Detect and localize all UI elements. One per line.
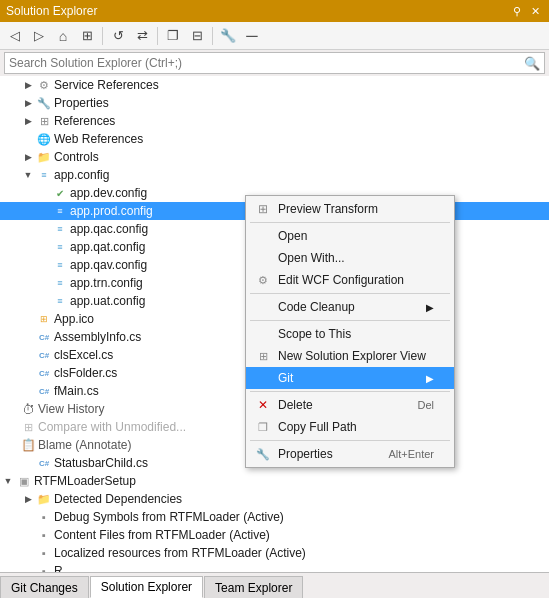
new-solution-view-icon: ⊞ bbox=[254, 347, 272, 365]
detected-deps-icon: 📁 bbox=[36, 491, 52, 507]
sync-btn[interactable]: ⇄ bbox=[131, 25, 153, 47]
debug-symbols-icon: ▪ bbox=[36, 509, 52, 525]
toolbar: ◁ ▷ ⌂ ⊞ ↺ ⇄ ❐ ⊟ 🔧 ─ bbox=[0, 22, 549, 50]
web-refs-label: Web References bbox=[54, 132, 143, 146]
open-with-label: Open With... bbox=[278, 251, 434, 265]
tree-item-debug-symbols[interactable]: ▪ Debug Symbols from RTFMLoader (Active) bbox=[0, 508, 549, 526]
title-bar-controls: ⚲ ✕ bbox=[510, 5, 543, 18]
tab-solution-explorer[interactable]: Solution Explorer bbox=[90, 576, 203, 598]
tab-solution-explorer-label: Solution Explorer bbox=[101, 580, 192, 594]
menu-item-scope-to-this[interactable]: Scope to This bbox=[246, 323, 454, 345]
menu-item-open[interactable]: Open bbox=[246, 225, 454, 247]
sep2 bbox=[157, 27, 158, 45]
blame-label: Blame (Annotate) bbox=[38, 438, 131, 452]
copy-btn[interactable]: ❐ bbox=[162, 25, 184, 47]
app-qav-config-label: app.qav.config bbox=[70, 258, 147, 272]
tab-team-explorer[interactable]: Team Explorer bbox=[204, 576, 303, 598]
open-with-icon bbox=[254, 249, 272, 267]
properties-btn[interactable]: 🔧 bbox=[217, 25, 239, 47]
expand-arrow: ▼ bbox=[20, 170, 36, 180]
web-refs-icon: 🌐 bbox=[36, 131, 52, 147]
copy-full-path-label: Copy Full Path bbox=[278, 420, 434, 434]
tree-item-more[interactable]: ▪ R... bbox=[0, 562, 549, 572]
tree-item-rtfm-setup[interactable]: ▼ ▣ RTFMLoaderSetup bbox=[0, 472, 549, 490]
menu-sep3 bbox=[250, 320, 450, 321]
app-qav-config-icon: ≡ bbox=[52, 257, 68, 273]
open-label: Open bbox=[278, 229, 434, 243]
close-window-btn[interactable]: ✕ bbox=[528, 5, 543, 18]
compare-label: Compare with Unmodified... bbox=[38, 420, 186, 434]
cls-folder-icon: C# bbox=[36, 365, 52, 381]
git-icon bbox=[254, 369, 272, 387]
app-qat-config-icon: ≡ bbox=[52, 239, 68, 255]
menu-item-properties[interactable]: 🔧 Properties Alt+Enter bbox=[246, 443, 454, 465]
edit-wcf-icon: ⚙ bbox=[254, 271, 272, 289]
compare-icon: ⊞ bbox=[20, 419, 36, 435]
service-refs-icon: ⚙ bbox=[36, 77, 52, 93]
tree-item-controls[interactable]: ▶ 📁 Controls bbox=[0, 148, 549, 166]
menu-item-new-solution-view[interactable]: ⊞ New Solution Explorer View bbox=[246, 345, 454, 367]
tree-item-content-files[interactable]: ▪ Content Files from RTFMLoader (Active) bbox=[0, 526, 549, 544]
tab-git-changes[interactable]: Git Changes bbox=[0, 576, 89, 598]
app-dev-config-icon: ✔ bbox=[52, 185, 68, 201]
app-qac-config-icon: ≡ bbox=[52, 221, 68, 237]
menu-item-delete[interactable]: ✕ Delete Del bbox=[246, 394, 454, 416]
context-menu: ⊞ Preview Transform Open Open With... ⚙ … bbox=[245, 195, 455, 468]
back-btn[interactable]: ◁ bbox=[4, 25, 26, 47]
code-cleanup-label: Code Cleanup bbox=[278, 300, 422, 314]
window-title: Solution Explorer bbox=[6, 4, 97, 18]
detected-deps-label: Detected Dependencies bbox=[54, 492, 182, 506]
controls-icon: 📁 bbox=[36, 149, 52, 165]
statusbar-child-icon: C# bbox=[36, 455, 52, 471]
minimize-btn[interactable]: ─ bbox=[241, 25, 263, 47]
scope-to-this-icon bbox=[254, 325, 272, 343]
git-label: Git bbox=[278, 371, 422, 385]
code-cleanup-icon bbox=[254, 298, 272, 316]
properties-menu-label: Properties bbox=[278, 447, 378, 461]
delete-shortcut: Del bbox=[417, 399, 434, 411]
home-btn[interactable]: ⌂ bbox=[52, 25, 74, 47]
app-dev-config-label: app.dev.config bbox=[70, 186, 147, 200]
search-icon[interactable]: 🔍 bbox=[520, 56, 544, 71]
menu-item-preview-transform[interactable]: ⊞ Preview Transform bbox=[246, 198, 454, 220]
refresh-btn[interactable]: ↺ bbox=[107, 25, 129, 47]
references-label: References bbox=[54, 114, 115, 128]
tree-item-detected-deps[interactable]: ▶ 📁 Detected Dependencies bbox=[0, 490, 549, 508]
collapse-btn[interactable]: ⊟ bbox=[186, 25, 208, 47]
tree-item-web-refs[interactable]: 🌐 Web References bbox=[0, 130, 549, 148]
sep3 bbox=[212, 27, 213, 45]
assembly-info-label: AssemblyInfo.cs bbox=[54, 330, 141, 344]
tree-item-service-refs[interactable]: ▶ ⚙ Service References bbox=[0, 76, 549, 94]
menu-sep4 bbox=[250, 391, 450, 392]
menu-item-copy-full-path[interactable]: ❐ Copy Full Path bbox=[246, 416, 454, 438]
search-input[interactable] bbox=[5, 56, 520, 70]
localized-res-icon: ▪ bbox=[36, 545, 52, 561]
statusbar-child-label: StatusbarChild.cs bbox=[54, 456, 148, 470]
app-prod-config-label: app.prod.config bbox=[70, 204, 153, 218]
tree-item-localized-res[interactable]: ▪ Localized resources from RTFMLoader (A… bbox=[0, 544, 549, 562]
menu-item-edit-wcf[interactable]: ⚙ Edit WCF Configuration bbox=[246, 269, 454, 291]
copy-full-path-icon: ❐ bbox=[254, 418, 272, 436]
cls-folder-label: clsFolder.cs bbox=[54, 366, 117, 380]
title-bar: Solution Explorer ⚲ ✕ bbox=[0, 0, 549, 22]
expand-arrow: ▶ bbox=[20, 80, 36, 90]
menu-item-open-with[interactable]: Open With... bbox=[246, 247, 454, 269]
open-icon bbox=[254, 227, 272, 245]
tree-item-references[interactable]: ▶ ⊞ References bbox=[0, 112, 549, 130]
view-history-icon: ⏱ bbox=[20, 401, 36, 417]
forward-btn[interactable]: ▷ bbox=[28, 25, 50, 47]
preview-transform-label: Preview Transform bbox=[278, 202, 434, 216]
expand-arrow: ▶ bbox=[20, 98, 36, 108]
app-trn-config-icon: ≡ bbox=[52, 275, 68, 291]
sep1 bbox=[102, 27, 103, 45]
pin-window-btn[interactable]: ⚲ bbox=[510, 5, 524, 18]
menu-item-git[interactable]: Git ▶ bbox=[246, 367, 454, 389]
properties-shortcut: Alt+Enter bbox=[388, 448, 434, 460]
app-qat-config-label: app.qat.config bbox=[70, 240, 145, 254]
show-all-btn[interactable]: ⊞ bbox=[76, 25, 98, 47]
tree-item-properties[interactable]: ▶ 🔧 Properties bbox=[0, 94, 549, 112]
tree-item-app-config[interactable]: ▼ ≡ app.config bbox=[0, 166, 549, 184]
expand-arrow: ▶ bbox=[20, 116, 36, 126]
menu-item-code-cleanup[interactable]: Code Cleanup ▶ bbox=[246, 296, 454, 318]
content-files-icon: ▪ bbox=[36, 527, 52, 543]
